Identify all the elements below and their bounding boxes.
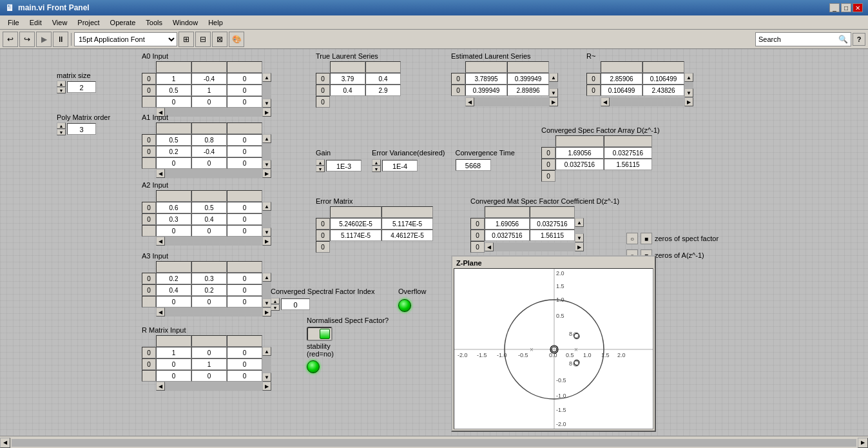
a0-r0c1[interactable]: -0.4 [191, 73, 227, 84]
matrix-size-inc[interactable]: ▲ [57, 81, 66, 87]
a0-r1c2[interactable]: 0 [227, 84, 262, 96]
r-r1c0[interactable]: 0 [156, 358, 191, 370]
toolbar-fwd-btn[interactable]: ↪ [19, 32, 35, 47]
r-r0c0[interactable]: 1 [156, 347, 191, 358]
toolbar-align-btn[interactable]: ⊞ [178, 32, 194, 47]
search-input[interactable] [758, 35, 836, 43]
a0-r1c0[interactable]: 0.5 [156, 84, 191, 96]
a1-r0c2[interactable]: 0 [227, 134, 262, 146]
a0-r2c1[interactable]: 0 [191, 96, 227, 108]
tl-r0c0[interactable]: 3.79 [330, 73, 365, 84]
csf-r0c1[interactable]: 0.0327516 [604, 147, 652, 159]
converged-spectral-idx-value[interactable]: 0 [281, 298, 310, 310]
menu-operate[interactable]: Operate [105, 17, 141, 28]
a3-r0c1[interactable]: 0.3 [191, 273, 227, 284]
close-button[interactable]: ✕ [853, 3, 863, 12]
menu-window[interactable]: Window [168, 17, 203, 28]
a1-hscroll-l[interactable]: ◀ [156, 169, 165, 178]
em-r1c0[interactable]: 5.1174E-5 [330, 229, 381, 241]
menu-project[interactable]: Project [72, 17, 104, 28]
r-r0c1[interactable]: 0 [191, 347, 227, 358]
a1-r0c1[interactable]: 0.8 [191, 134, 227, 146]
a3-r1c0[interactable]: 0.4 [156, 284, 191, 296]
a2-r2c1[interactable]: 0 [191, 225, 227, 237]
r-r2c2[interactable]: 0 [227, 370, 262, 382]
a2-r1c1[interactable]: 0.4 [191, 213, 227, 225]
menu-edit[interactable]: Edit [24, 17, 47, 28]
maximize-button[interactable]: □ [841, 3, 851, 12]
a3-r2c2[interactable]: 0 [227, 296, 262, 307]
a0-vscroll-dn[interactable]: ▼ [262, 99, 271, 108]
em-r0c1[interactable]: 5.1174E-5 [381, 218, 433, 229]
hscroll-left[interactable]: ◀ [0, 438, 10, 448]
cms-r1c1[interactable]: 1.56115 [530, 229, 575, 241]
r-r2c1[interactable]: 0 [191, 370, 227, 382]
a0-r2c0[interactable]: 0 [156, 96, 191, 108]
poly-order-dec[interactable]: ▼ [57, 129, 66, 135]
a1-r2c0[interactable]: 0 [156, 157, 191, 169]
a3-r2c0[interactable]: 0 [156, 296, 191, 307]
a0-r0c2[interactable]: 0 [227, 73, 262, 84]
a3-r0c2[interactable]: 0 [227, 273, 262, 284]
a2-r1c2[interactable]: 0 [227, 213, 262, 225]
minimize-button[interactable]: _ [829, 3, 840, 12]
r-r2c0[interactable]: 0 [156, 370, 191, 382]
toolbar-back-btn[interactable]: ↩ [3, 32, 18, 47]
tl-r1c0[interactable]: 0.4 [330, 84, 365, 96]
a1-hscroll[interactable]: ◀ ▶ [156, 169, 271, 178]
a0-r1c1[interactable]: 1 [191, 84, 227, 96]
toolbar-color-btn[interactable]: 🎨 [229, 32, 244, 47]
r-r0c2[interactable]: 0 [227, 347, 262, 358]
cms-r1c0[interactable]: 0.0327516 [485, 229, 530, 241]
csf-r0c0[interactable]: 1.69056 [555, 147, 604, 159]
el-r0c0[interactable]: 3.78995 [465, 73, 507, 84]
hscroll-track[interactable] [12, 439, 856, 447]
error-variance-value[interactable]: 1E-4 [382, 160, 418, 171]
toolbar-resize-btn[interactable]: ⊠ [212, 32, 227, 47]
a2-hscroll[interactable]: ◀ ▶ [156, 237, 271, 246]
em-r1c1[interactable]: 4.46127E-5 [381, 229, 433, 241]
a1-r2c1[interactable]: 0 [191, 157, 227, 169]
a1-r1c1[interactable]: -0.4 [191, 146, 227, 157]
a3-r1c2[interactable]: 0 [227, 284, 262, 296]
r-r1c2[interactable]: 0 [227, 358, 262, 370]
poly-order-value[interactable]: 3 [67, 123, 96, 135]
toolbar-dist-btn[interactable]: ⊟ [195, 32, 211, 47]
toolbar-run-btn[interactable]: ▶ [36, 32, 52, 47]
a0-vscroll[interactable]: ▲ ▼ [262, 73, 271, 108]
a1-vscroll[interactable]: ▲ ▼ [262, 134, 271, 169]
a3-r1c1[interactable]: 0.2 [191, 284, 227, 296]
gain-value[interactable]: 1E-3 [326, 160, 362, 171]
rt-r0c0[interactable]: 2.85906 [601, 73, 642, 84]
el-r1c0[interactable]: 0.399949 [465, 84, 507, 96]
a0-vscroll-up[interactable]: ▲ [262, 73, 271, 82]
rt-r1c1[interactable]: 2.43826 [642, 84, 684, 96]
cms-r0c1[interactable]: 0.0327516 [530, 218, 575, 229]
matrix-size-dec[interactable]: ▼ [57, 87, 66, 93]
matrix-size-value[interactable]: 2 [67, 81, 96, 93]
a1-vscroll-up[interactable]: ▲ [262, 134, 271, 143]
el-r0c1[interactable]: 0.399949 [507, 73, 549, 84]
cms-r0c0[interactable]: 1.69056 [485, 218, 530, 229]
csf-r1c0[interactable]: 0.0327516 [555, 159, 604, 170]
a1-vscroll-dn[interactable]: ▼ [262, 160, 271, 169]
tl-r0c1[interactable]: 0.4 [365, 73, 401, 84]
a2-r0c0[interactable]: 0.6 [156, 202, 191, 213]
a2-r1c0[interactable]: 0.3 [156, 213, 191, 225]
csf-r1c1[interactable]: 1.56115 [604, 159, 652, 170]
menu-view[interactable]: View [47, 17, 73, 28]
tl-r1c1[interactable]: 2.9 [365, 84, 401, 96]
rt-r0c1[interactable]: 0.106499 [642, 73, 684, 84]
em-r0c0[interactable]: 5.24602E-5 [330, 218, 381, 229]
a0-r2c2[interactable]: 0 [227, 96, 262, 108]
normalised-spect-factor-toggle[interactable] [307, 327, 333, 341]
a2-vscroll[interactable]: ▲ ▼ [262, 202, 271, 237]
a1-r0c0[interactable]: 0.5 [156, 134, 191, 146]
menu-help[interactable]: Help [203, 17, 228, 28]
r-r1c1[interactable]: 1 [191, 358, 227, 370]
a1-hscroll-r[interactable]: ▶ [262, 169, 271, 178]
a2-r2c0[interactable]: 0 [156, 225, 191, 237]
font-select[interactable]: 15pt Application Font [74, 32, 177, 46]
a2-r0c2[interactable]: 0 [227, 202, 262, 213]
help-button[interactable]: ? [853, 33, 865, 46]
